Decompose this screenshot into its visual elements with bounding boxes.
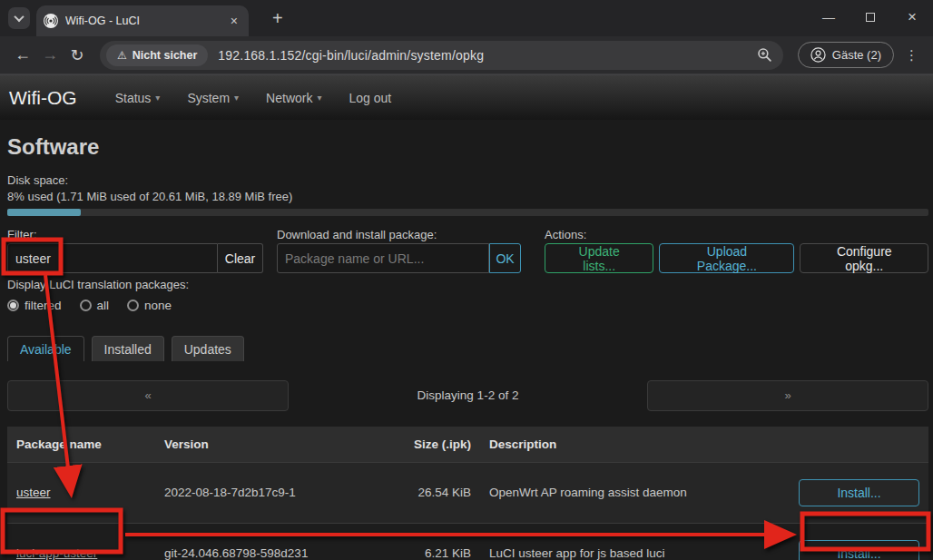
install-button-usteer[interactable]: Install... (799, 479, 919, 506)
controls-row: Filter: Clear Download and install packa… (7, 228, 928, 273)
close-button[interactable]: × (891, 0, 933, 34)
warning-icon: ⚠ (117, 49, 127, 62)
disk-progress-fill (7, 209, 81, 216)
install-button-luci-app-usteer[interactable]: Install... (799, 540, 919, 560)
filter-input[interactable] (7, 243, 218, 273)
translation-label: Display LuCI translation packages: (7, 278, 928, 293)
url-text: 192.168.1.152/cgi-bin/luci/admin/system/… (218, 48, 484, 63)
radio-none[interactable]: none (127, 299, 172, 312)
clear-button[interactable]: Clear (218, 243, 263, 273)
tab-title: Wifi-OG - LuCI (65, 15, 227, 27)
header-version: Version (155, 427, 400, 463)
package-size: 26.54 KiB (400, 463, 480, 524)
browser-tab[interactable]: Wifi-OG - LuCI × (36, 5, 249, 36)
minimize-button[interactable]: — (808, 0, 850, 34)
filter-label: Filter: (7, 228, 277, 243)
table-row: usteer 2022-08-18-7d2b17c9-1 26.54 KiB O… (7, 463, 928, 524)
package-version: 2022-08-18-7d2b17c9-1 (155, 463, 400, 524)
package-size: 6.21 KiB (400, 524, 480, 560)
update-lists-button[interactable]: Update lists... (545, 243, 653, 273)
tab-updates[interactable]: Updates (172, 336, 244, 361)
package-url-input[interactable] (277, 243, 489, 273)
prev-page-button[interactable]: « (7, 380, 289, 411)
hostname-brand: Wifi-OG (9, 87, 77, 109)
nav-item-logout[interactable]: Log out (349, 91, 392, 105)
header-description: Description (480, 427, 790, 463)
caret-down-icon: ▾ (155, 93, 160, 103)
package-link-usteer[interactable]: usteer (16, 486, 51, 499)
disk-progress-bar (7, 209, 928, 216)
browser-tab-strip: Wifi-OG - LuCI × + — × (0, 0, 933, 36)
ok-button[interactable]: OK (489, 243, 521, 273)
profile-label: Gäste (2) (832, 48, 881, 62)
pagination-status: Displaying 1-2 of 2 (417, 388, 519, 402)
profile-button[interactable]: Gäste (2) (798, 42, 894, 68)
nav-item-network[interactable]: Network ▾ (266, 91, 321, 105)
maximize-icon (866, 13, 875, 22)
luci-navbar: Wifi-OG Status ▾ System ▾ Network ▾ Log … (0, 74, 933, 120)
tab-available[interactable]: Available (7, 336, 84, 361)
new-tab-button[interactable]: + (267, 7, 289, 29)
radio-filtered[interactable]: filtered (7, 299, 62, 312)
nav-item-system[interactable]: System ▾ (187, 91, 239, 105)
configure-opkg-button[interactable]: Configure opkg... (800, 243, 928, 273)
zoom-icon[interactable] (757, 47, 772, 63)
table-row: luci-app-usteer git-24.046.68798-598d231… (7, 524, 928, 560)
software-page: Software Disk space: 8% used (1.71 MiB u… (0, 134, 933, 560)
disk-usage-text: 8% used (1.71 MiB used of 20.61 MiB, 18.… (7, 189, 928, 205)
forward-button[interactable]: → (36, 45, 64, 64)
reload-button[interactable]: ↻ (64, 45, 91, 65)
header-package-name: Package name (7, 427, 155, 463)
pagination: « Displaying 1-2 of 2 » (7, 379, 928, 411)
tab-installed[interactable]: Installed (92, 336, 164, 361)
package-table: Package name Version Size (.ipk) Descrip… (7, 427, 928, 560)
tab-close-icon[interactable]: × (227, 14, 241, 28)
profile-icon (810, 47, 826, 63)
nav-item-status[interactable]: Status ▾ (115, 91, 161, 105)
page-title: Software (7, 134, 928, 160)
radio-icon (7, 300, 19, 311)
package-tabs: Available Installed Updates (7, 336, 928, 361)
package-link-luci-app-usteer[interactable]: luci-app-usteer (16, 546, 97, 560)
chevron-down-icon (14, 12, 24, 22)
header-size: Size (.ipk) (400, 427, 480, 463)
address-bar[interactable]: ⚠ Nicht sicher 192.168.1.152/cgi-bin/luc… (100, 41, 783, 70)
download-label: Download and install package: (277, 228, 545, 243)
translation-section: Display LuCI translation packages: filte… (7, 278, 928, 312)
security-chip[interactable]: ⚠ Nicht sicher (106, 44, 208, 66)
radio-icon (80, 300, 92, 311)
maximize-button[interactable] (850, 0, 891, 34)
radio-icon (127, 300, 139, 311)
next-page-button[interactable]: » (647, 380, 928, 411)
actions-label: Actions: (545, 228, 928, 243)
radio-all[interactable]: all (80, 299, 110, 312)
browser-toolbar: ← → ↻ ⚠ Nicht sicher 192.168.1.152/cgi-b… (0, 36, 933, 74)
wifi-favicon-icon (44, 14, 58, 28)
window-controls: — × (808, 0, 933, 34)
table-header-row: Package name Version Size (.ipk) Descrip… (7, 427, 928, 463)
package-description: OpenWrt AP roaming assist daemon (480, 463, 790, 524)
caret-down-icon: ▾ (317, 93, 321, 103)
upload-package-button[interactable]: Upload Package... (659, 243, 794, 273)
tab-search-button[interactable] (8, 7, 30, 29)
package-description: LuCI usteer app for js based luci (480, 524, 790, 560)
back-button[interactable]: ← (9, 45, 36, 64)
package-version: git-24.046.68798-598d231 (155, 524, 400, 560)
disk-space-label: Disk space: (7, 172, 928, 189)
caret-down-icon: ▾ (234, 93, 239, 103)
security-label: Nicht sicher (133, 49, 198, 62)
browser-menu-button[interactable]: ⋮ (899, 47, 924, 64)
